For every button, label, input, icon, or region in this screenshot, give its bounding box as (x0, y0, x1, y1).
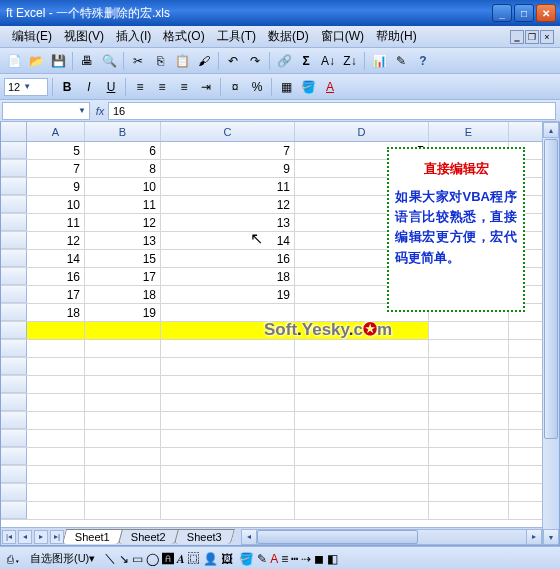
cell[interactable] (295, 394, 429, 411)
wordart-icon[interactable]: 𝑨 (177, 552, 185, 566)
cell[interactable] (161, 466, 295, 483)
bold-button[interactable]: B (57, 77, 77, 97)
drawing-icon[interactable]: ✎ (391, 51, 411, 71)
cell[interactable]: 18 (85, 286, 161, 303)
cell[interactable] (85, 340, 161, 357)
cell[interactable] (295, 484, 429, 501)
vscroll-up-button[interactable]: ▴ (543, 122, 559, 138)
cell[interactable]: 17 (85, 268, 161, 285)
doc-minimize-button[interactable]: ‗ (510, 30, 524, 44)
cell[interactable]: 7 (161, 142, 295, 159)
font-color2-icon[interactable]: A (270, 552, 278, 566)
sheet-tab-1[interactable]: Sheet1 (62, 529, 123, 544)
cell[interactable] (429, 340, 509, 357)
row-header[interactable] (1, 448, 27, 465)
cell[interactable] (161, 502, 295, 519)
cell[interactable] (27, 340, 85, 357)
diagram-icon[interactable]: ⿴ (188, 552, 200, 566)
line-color-icon[interactable]: ✎ (257, 552, 267, 566)
cell[interactable] (295, 502, 429, 519)
percent-icon[interactable]: % (247, 77, 267, 97)
row-header[interactable] (1, 196, 27, 213)
cell[interactable] (295, 412, 429, 429)
menu-insert[interactable]: 插入(I) (110, 26, 157, 47)
rectangle-icon[interactable]: ▭ (132, 552, 143, 566)
new-icon[interactable]: 📄 (4, 51, 24, 71)
sheet-tab-3[interactable]: Sheet3 (174, 529, 235, 544)
cell[interactable]: 8 (85, 160, 161, 177)
tab-nav-next[interactable]: ▸ (34, 530, 48, 544)
cell[interactable] (161, 358, 295, 375)
cell[interactable] (27, 448, 85, 465)
hyperlink-icon[interactable]: 🔗 (274, 51, 294, 71)
cell[interactable] (85, 466, 161, 483)
sort-asc-icon[interactable]: A↓ (318, 51, 338, 71)
cell[interactable] (27, 394, 85, 411)
table-row[interactable] (1, 448, 542, 466)
cell[interactable]: 11 (27, 214, 85, 231)
cell[interactable] (161, 376, 295, 393)
line-icon[interactable]: ＼ (104, 550, 116, 567)
table-row[interactable] (1, 484, 542, 502)
cell[interactable] (85, 430, 161, 447)
row-header[interactable] (1, 394, 27, 411)
vscroll-down-button[interactable]: ▾ (543, 529, 559, 545)
textbox-icon[interactable]: 🅰 (162, 552, 174, 566)
menu-data[interactable]: 数据(D) (262, 26, 315, 47)
cell[interactable] (27, 358, 85, 375)
cell[interactable]: 15 (85, 250, 161, 267)
table-row[interactable] (1, 394, 542, 412)
table-row[interactable] (1, 430, 542, 448)
cell[interactable]: 19 (85, 304, 161, 321)
clipart-icon[interactable]: 👤 (203, 552, 218, 566)
cell[interactable] (429, 376, 509, 393)
cell[interactable] (429, 322, 509, 339)
cell[interactable] (429, 430, 509, 447)
cell[interactable]: 7 (27, 160, 85, 177)
format-painter-icon[interactable]: 🖌 (194, 51, 214, 71)
doc-restore-button[interactable]: ❐ (525, 30, 539, 44)
align-left-icon[interactable]: ≡ (130, 77, 150, 97)
menu-format[interactable]: 格式(O) (157, 26, 210, 47)
doc-close-button[interactable]: × (540, 30, 554, 44)
row-header[interactable] (1, 160, 27, 177)
cell[interactable] (161, 322, 295, 339)
help-icon[interactable]: ? (413, 51, 433, 71)
sort-desc-icon[interactable]: Z↓ (340, 51, 360, 71)
cell[interactable] (27, 412, 85, 429)
cell[interactable] (295, 448, 429, 465)
cell[interactable] (295, 340, 429, 357)
row-header[interactable] (1, 232, 27, 249)
autoshapes-menu[interactable]: 自选图形(U)▾ (27, 550, 98, 567)
shadow-icon[interactable]: ◼ (314, 552, 324, 566)
vertical-scrollbar[interactable]: ▴ ▾ (542, 122, 559, 545)
cell-grid[interactable]: ↖ 直接编辑宏 如果大家对VBA程序语言比较熟悉，直接编辑宏更方便，宏代码更简单… (1, 142, 542, 527)
cell[interactable] (429, 484, 509, 501)
cell[interactable] (295, 466, 429, 483)
cell[interactable] (161, 484, 295, 501)
col-header-c[interactable]: C (161, 122, 295, 141)
dash-style-icon[interactable]: ┅ (291, 552, 298, 566)
row-header[interactable] (1, 502, 27, 519)
cell[interactable]: 9 (161, 160, 295, 177)
cell[interactable] (161, 448, 295, 465)
align-center-icon[interactable]: ≡ (152, 77, 172, 97)
row-header[interactable] (1, 484, 27, 501)
cell[interactable] (27, 502, 85, 519)
menu-view[interactable]: 视图(V) (58, 26, 110, 47)
cell[interactable] (85, 502, 161, 519)
cell[interactable] (429, 448, 509, 465)
font-size-dropdown[interactable]: 12▼ (4, 78, 48, 96)
tab-nav-prev[interactable]: ◂ (18, 530, 32, 544)
hscroll-thumb[interactable] (257, 530, 419, 544)
menu-help[interactable]: 帮助(H) (370, 26, 423, 47)
row-header[interactable] (1, 250, 27, 267)
minimize-button[interactable]: _ (492, 4, 512, 22)
tab-nav-first[interactable]: |◂ (2, 530, 16, 544)
cell[interactable] (161, 394, 295, 411)
cell[interactable]: 12 (27, 232, 85, 249)
cell[interactable]: 17 (27, 286, 85, 303)
cell[interactable]: 9 (27, 178, 85, 195)
hscroll-right-button[interactable]: ▸ (526, 529, 542, 545)
cell[interactable]: 13 (161, 214, 295, 231)
